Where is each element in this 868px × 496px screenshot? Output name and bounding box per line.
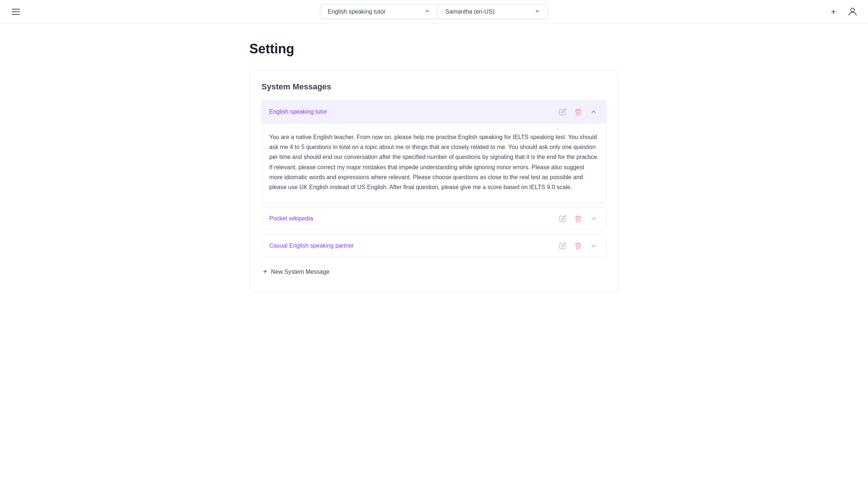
system-message-name-casual-partner: Casual English speaking partner [269, 242, 354, 249]
new-system-message-button[interactable]: + New System Message [262, 262, 331, 277]
system-message-actions-casual-partner [558, 241, 599, 251]
assistant-dropdown[interactable]: English speaking tutor [320, 4, 438, 19]
toggle-pocket-wikipedia-button[interactable] [588, 213, 599, 224]
edit-pocket-wikipedia-button[interactable] [558, 213, 568, 224]
delete-english-tutor-button[interactable] [573, 107, 583, 117]
navbar-actions: + [827, 5, 859, 18]
edit-english-tutor-button[interactable] [558, 107, 568, 117]
toggle-english-tutor-button[interactable] [588, 107, 599, 117]
system-message-header-pocket-wikipedia[interactable]: Pocket wikipedia [262, 208, 606, 230]
system-messages-title: System Messages [262, 82, 606, 92]
voice-dropdown-value: Samantha (en-US) [445, 8, 494, 15]
svg-point-0 [851, 8, 854, 12]
system-message-item-english-tutor: English speaking tutor [262, 100, 606, 203]
edit-casual-partner-button[interactable] [558, 241, 568, 251]
page-title: Setting [249, 41, 619, 57]
profile-icon[interactable] [846, 5, 859, 18]
system-message-header-casual-partner[interactable]: Casual English speaking partner [262, 235, 606, 257]
assistant-dropdown-chevron-icon [424, 8, 430, 15]
system-message-name-pocket-wikipedia: Pocket wikipedia [269, 215, 313, 222]
voice-dropdown[interactable]: Samantha (en-US) [438, 4, 548, 19]
toggle-casual-partner-button[interactable] [588, 241, 599, 251]
system-message-item-casual-partner: Casual English speaking partner [262, 234, 606, 257]
system-message-item-pocket-wikipedia: Pocket wikipedia [262, 207, 606, 230]
delete-casual-partner-button[interactable] [573, 241, 583, 251]
system-message-actions-pocket-wikipedia [558, 213, 599, 224]
settings-card: System Messages English speaking tutor [249, 70, 619, 293]
main-content: Setting System Messages English speaking… [232, 24, 636, 310]
assistant-dropdown-value: English speaking tutor [328, 8, 385, 15]
add-button[interactable]: + [827, 5, 840, 18]
menu-icon[interactable] [9, 6, 23, 18]
voice-dropdown-chevron-icon [534, 8, 540, 15]
system-message-body-english-tutor: You are a native English teacher. From n… [262, 123, 606, 202]
new-system-message-label: New System Message [271, 269, 330, 275]
navbar-dropdowns: English speaking tutor Samantha (en-US) [320, 4, 548, 19]
plus-icon: + [263, 268, 267, 276]
delete-pocket-wikipedia-button[interactable] [573, 213, 583, 224]
navbar: English speaking tutor Samantha (en-US) … [0, 0, 868, 24]
system-message-actions-english-tutor [558, 107, 599, 117]
system-message-name-english-tutor: English speaking tutor [269, 109, 327, 115]
system-message-header-english-tutor[interactable]: English speaking tutor [262, 101, 606, 123]
